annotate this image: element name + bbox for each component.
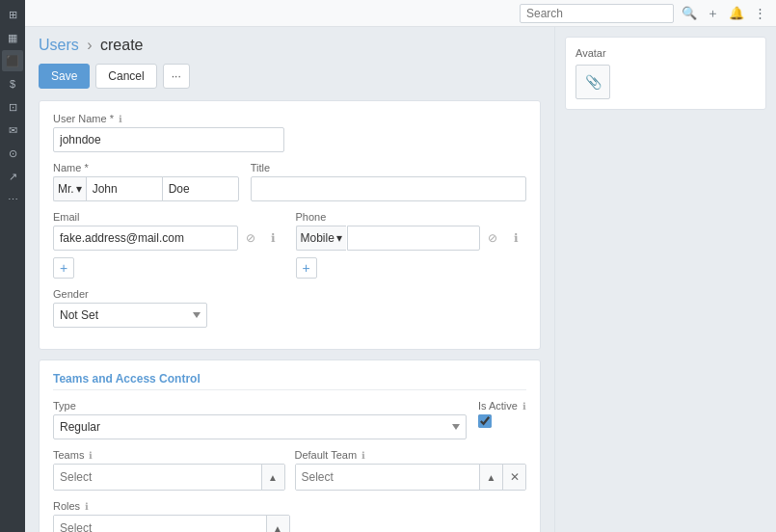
type-select[interactable]: Regular Administrator (53, 414, 467, 439)
email-info-icon[interactable]: ℹ (263, 227, 284, 249)
avatar-upload[interactable]: 📎 (575, 65, 610, 99)
search-icon[interactable]: 🔍 (680, 4, 699, 22)
add-icon[interactable]: ＋ (705, 3, 721, 24)
teams-section-title: Teams and Access Control (53, 372, 526, 390)
phone-clear-icon[interactable]: ⊘ (482, 227, 503, 249)
default-team-clear-icon[interactable]: ✕ (502, 465, 525, 490)
phone-type-prefix[interactable]: Mobile ▾ (296, 226, 346, 251)
roles-row: Roles ℹ ▲ (53, 500, 526, 532)
last-name-input[interactable] (162, 176, 239, 201)
title-label: Title (251, 162, 526, 173)
default-team-label: Default Team ℹ (295, 449, 527, 461)
default-team-info-icon[interactable]: ℹ (361, 450, 365, 461)
email-input[interactable] (53, 226, 238, 251)
right-panel: Avatar 📎 (554, 27, 776, 532)
salutation-arrow: ▾ (76, 182, 82, 196)
breadcrumb-separator: › (87, 37, 92, 53)
teams-label: Teams ℹ (53, 449, 285, 461)
name-title-row: Name * Mr. ▾ Title (53, 162, 526, 201)
teams-select[interactable]: ▲ (53, 464, 285, 491)
main-form-section: User Name * ℹ Name * Mr. (39, 100, 541, 350)
more-button[interactable]: ··· (163, 64, 190, 89)
email-input-group: ⊘ ℹ (53, 226, 284, 251)
name-input-group: Mr. ▾ (53, 176, 239, 201)
roles-chevron-icon[interactable]: ▲ (266, 516, 289, 532)
sidebar-icon-dollar[interactable]: $ (2, 73, 23, 94)
is-active-group: Is Active ℹ (478, 400, 526, 428)
name-label: Name * (53, 162, 239, 173)
avatar-upload-icon: 📎 (585, 74, 602, 90)
add-email-button[interactable]: + (53, 257, 74, 279)
gender-select[interactable]: Not Set Male Female (53, 303, 207, 328)
teams-chevron-icon[interactable]: ▲ (261, 465, 284, 490)
avatar-label: Avatar (575, 47, 756, 59)
breadcrumb: Users › create (39, 37, 541, 54)
teams-group: Teams ℹ ▲ (53, 449, 285, 491)
first-name-input[interactable] (86, 176, 163, 201)
type-label: Type (53, 400, 467, 412)
roles-info-icon[interactable]: ℹ (85, 501, 89, 512)
sidebar-icon-bar[interactable]: ▦ (2, 27, 23, 48)
teams-input[interactable] (54, 465, 261, 490)
breadcrumb-current: create (100, 37, 143, 53)
teams-section: Teams and Access Control Type Regular Ad… (39, 359, 541, 532)
avatar-section: Avatar 📎 (565, 37, 766, 110)
bell-icon[interactable]: 🔔 (727, 4, 746, 22)
phone-label: Phone (296, 211, 527, 223)
is-active-label: Is Active ℹ (478, 400, 526, 412)
sidebar-icon-chart[interactable]: ↗ (2, 166, 23, 187)
sidebar-icon-envelope[interactable]: ✉ (2, 120, 23, 141)
default-team-select[interactable]: ▲ ✕ (295, 464, 527, 491)
salutation-prefix[interactable]: Mr. ▾ (53, 176, 86, 201)
title-group: Title (251, 162, 526, 201)
menu-icon[interactable]: ⋮ (752, 4, 768, 22)
breadcrumb-parent[interactable]: Users (39, 37, 79, 53)
email-clear-icon[interactable]: ⊘ (240, 227, 261, 249)
topbar: 🔍 ＋ 🔔 ⋮ (25, 0, 776, 27)
cancel-button[interactable]: Cancel (95, 64, 156, 89)
salutation-value: Mr. (58, 182, 74, 196)
default-team-input[interactable] (296, 465, 480, 490)
is-active-info-icon[interactable]: ℹ (522, 401, 526, 412)
sidebar-icon-active[interactable]: ⬛ (2, 50, 23, 71)
teams-info-icon[interactable]: ℹ (89, 450, 93, 461)
is-active-checkbox-group (478, 414, 526, 428)
toolbar: Save Cancel ··· (39, 64, 541, 89)
email-group: Email ⊘ ℹ + (53, 211, 284, 279)
gender-label: Gender (53, 288, 207, 300)
type-active-row: Type Regular Administrator Is Active ℹ (53, 400, 526, 439)
sidebar-icon-more[interactable]: ⋯ (2, 189, 23, 210)
roles-input[interactable] (54, 516, 266, 532)
username-row: User Name * ℹ (53, 113, 526, 152)
form-area: Users › create Save Cancel ··· (25, 27, 554, 532)
search-input[interactable] (520, 4, 674, 23)
sidebar-icon-users[interactable]: ⊙ (2, 143, 23, 164)
sidebar: ⊞ ▦ ⬛ $ ⊡ ✉ ⊙ ↗ ⋯ (0, 0, 25, 532)
phone-input[interactable] (347, 226, 480, 251)
is-active-checkbox[interactable] (478, 414, 492, 428)
phone-group: Phone Mobile ▾ ⊘ ℹ + (296, 211, 527, 279)
teams-default-row: Teams ℹ ▲ Default Team ℹ (53, 449, 526, 491)
default-team-group: Default Team ℹ ▲ ✕ (295, 449, 527, 491)
username-group: User Name * ℹ (53, 113, 526, 152)
phone-input-group: Mobile ▾ ⊘ ℹ (296, 226, 527, 251)
gender-group: Gender Not Set Male Female (53, 288, 207, 328)
phone-type-arrow: ▾ (336, 231, 342, 245)
email-label: Email (53, 211, 284, 223)
username-input[interactable] (53, 127, 284, 152)
sidebar-icon-grid[interactable]: ⊞ (2, 4, 23, 25)
sidebar-icon-briefcase[interactable]: ⊡ (2, 96, 23, 118)
title-input[interactable] (251, 176, 526, 201)
email-phone-row: Email ⊘ ℹ + Phone (53, 211, 526, 279)
roles-select[interactable]: ▲ (53, 515, 290, 532)
save-button[interactable]: Save (39, 64, 90, 89)
username-info-icon[interactable]: ℹ (119, 114, 122, 124)
roles-group: Roles ℹ ▲ (53, 500, 290, 532)
add-phone-button[interactable]: + (296, 257, 317, 279)
username-label: User Name * ℹ (53, 113, 526, 124)
default-team-chevron-icon[interactable]: ▲ (479, 465, 502, 490)
gender-row: Gender Not Set Male Female (53, 288, 526, 328)
phone-type-value: Mobile (301, 231, 334, 245)
phone-info-icon[interactable]: ℹ (505, 227, 526, 249)
type-group: Type Regular Administrator (53, 400, 467, 439)
